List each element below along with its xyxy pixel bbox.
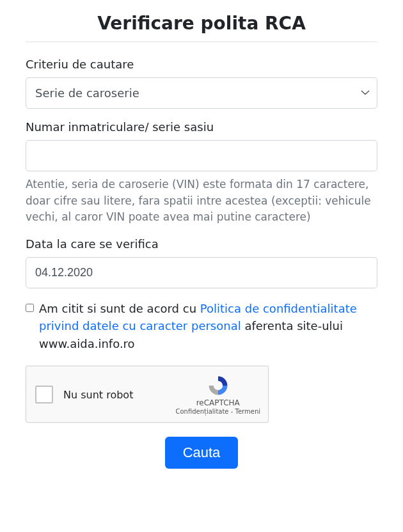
- recaptcha-widget: Nu sunt robot reCAPTCHA Confidențialitat…: [26, 366, 269, 422]
- date-input[interactable]: [26, 257, 377, 288]
- recaptcha-checkbox[interactable]: [35, 386, 53, 403]
- criteria-select[interactable]: Serie de caroserie: [26, 77, 377, 109]
- recaptcha-label: Nu sunt robot: [63, 389, 175, 401]
- recaptcha-branding: reCAPTCHA Confidențialitate - Termeni: [175, 374, 260, 415]
- vehicle-input[interactable]: [26, 140, 377, 171]
- recaptcha-brand-text: reCAPTCHA: [196, 398, 240, 407]
- consent-checkbox[interactable]: [26, 303, 34, 313]
- criteria-label: Criteriu de cautare: [26, 58, 377, 71]
- date-group: Data la care se verifica: [26, 237, 377, 288]
- separator: [26, 42, 377, 42]
- recaptcha-icon: [207, 374, 230, 397]
- date-label: Data la care se verifica: [26, 237, 377, 251]
- search-button[interactable]: Cauta: [165, 437, 239, 469]
- vehicle-help-text: Atentie, seria de caroserie (VIN) este f…: [26, 176, 377, 226]
- vehicle-label: Numar inmatriculare/ serie sasiu: [26, 120, 377, 134]
- vehicle-group: Numar inmatriculare/ serie sasiu Atentie…: [26, 120, 377, 226]
- consent-text-before: Am citit si sunt de acord cu: [39, 302, 200, 315]
- page-title: Verificare polita RCA: [26, 13, 377, 34]
- criteria-group: Criteriu de cautare Serie de caroserie: [26, 58, 377, 109]
- consent-text: Am citit si sunt de acord cu Politica de…: [39, 300, 377, 354]
- consent-row: Am citit si sunt de acord cu Politica de…: [26, 300, 377, 354]
- recaptcha-footer-links[interactable]: Confidențialitate - Termeni: [175, 408, 260, 416]
